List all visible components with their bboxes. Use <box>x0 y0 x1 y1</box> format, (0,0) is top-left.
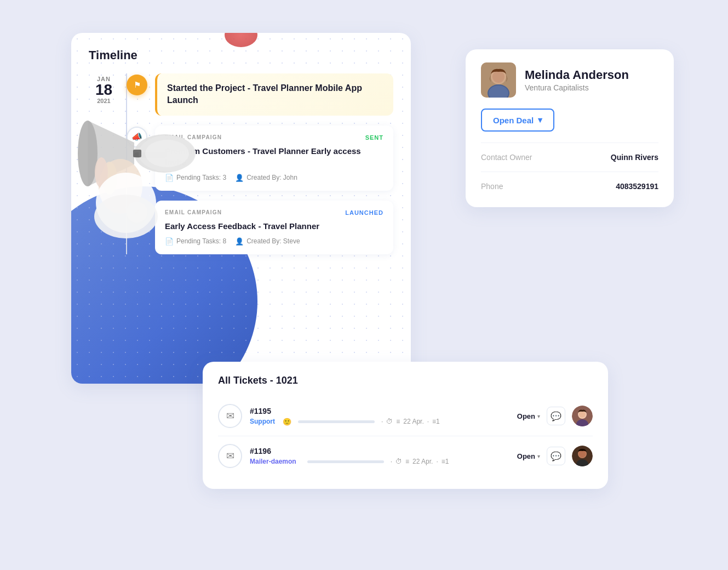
ticket-id-2: #1196 <box>250 447 517 455</box>
contact-row-owner: Contact Owner Quinn Rivers <box>481 150 658 165</box>
email-status-launched: LAUNCHED <box>345 209 383 216</box>
svg-point-11 <box>94 195 158 238</box>
ticket-status-2[interactable]: Open ▾ <box>517 452 540 460</box>
chevron-down-icon-2: ▾ <box>537 453 540 459</box>
contact-card: Melinda Anderson Ventura Capitalists Ope… <box>466 49 674 207</box>
contact-name-block: Melinda Anderson Ventura Capitalists <box>525 68 629 92</box>
ticket-category-1: Support <box>250 418 275 425</box>
ticket-progress-bar-1 <box>298 420 375 423</box>
ticket-date-2: 22 Apr. <box>412 458 433 465</box>
svg-rect-6 <box>133 150 141 157</box>
list-icon-1: ≡ <box>396 418 400 425</box>
timeline-title: Timeline <box>89 48 393 62</box>
ticket-chat-icon-2[interactable]: 💬 <box>547 447 565 465</box>
created-by-label-2: Created By: Steve <box>247 237 300 245</box>
chevron-down-icon-1: ▾ <box>537 413 540 419</box>
clock-icon-1: ⏱ <box>386 418 393 425</box>
open-deal-chevron-icon: ▾ <box>538 115 542 125</box>
created-by-label-1: Created By: John <box>247 174 297 181</box>
list-icon-2: ≡ <box>405 458 409 465</box>
ticket-status-1[interactable]: Open ▾ <box>517 412 540 420</box>
ticket-avatar-2 <box>572 446 593 466</box>
email-status-sent: SENT <box>365 134 383 141</box>
main-container: Timeline JAN 18 2021 ⚑ Started the Proje… <box>71 33 674 526</box>
bullet-4: · <box>436 458 438 465</box>
svg-point-15 <box>579 411 586 418</box>
contact-owner-label: Contact Owner <box>481 153 532 162</box>
ticket-date-1: 22 Apr. <box>403 418 423 425</box>
ticket-meta-row-2: Mailer-daemon · ⏱ ≡ 22 Apr. · ≡1 <box>250 458 517 465</box>
tickets-title: All Tickets - 1021 <box>218 375 593 386</box>
ticket-id-1: #1195 <box>250 407 517 415</box>
created-by-1: 👤 Created By: John <box>235 174 297 182</box>
red-blob-decoration <box>225 33 257 47</box>
ticket-avatar-1 <box>572 406 593 426</box>
open-badge-2: Open <box>517 452 535 460</box>
clock-icon-2: ⏱ <box>395 458 402 465</box>
svg-point-5 <box>145 140 189 167</box>
smiley-icon-1: 🙂 <box>283 418 291 426</box>
ticket-row-2[interactable]: ✉ #1196 Mailer-daemon · ⏱ ≡ 22 Apr. · ≡1 <box>218 436 593 476</box>
open-badge-1: Open <box>517 412 535 420</box>
svg-point-2 <box>78 121 98 186</box>
ticket-info-2: #1196 Mailer-daemon · ⏱ ≡ 22 Apr. · ≡1 <box>250 447 517 465</box>
contact-owner-value: Quinn Rivers <box>611 153 658 162</box>
contact-company: Ventura Capitalists <box>525 83 629 92</box>
contact-divider-1 <box>481 142 658 143</box>
contact-avatar <box>481 62 516 98</box>
bullet-2: · <box>427 418 429 425</box>
svg-point-23 <box>492 71 505 83</box>
tickets-card: All Tickets - 1021 ✉ #1195 Support 🙂 · ⏱… <box>203 362 608 489</box>
assign-icon-2: ≡1 <box>442 458 449 465</box>
contact-phone-value: 4083529191 <box>616 182 658 191</box>
person-icon-2: 👤 <box>235 237 244 246</box>
created-by-2: 👤 Created By: Steve <box>235 237 300 246</box>
ticket-mail-icon-1: ✉ <box>218 404 242 428</box>
person-icon-1: 👤 <box>235 174 244 182</box>
ticket-info-1: #1195 Support 🙂 · ⏱ ≡ 22 Apr. · ≡1 <box>250 407 517 426</box>
contact-header: Melinda Anderson Ventura Capitalists <box>481 62 658 98</box>
bullet-3: · <box>391 458 392 465</box>
open-deal-label: Open Deal <box>493 116 534 125</box>
ticket-category-2: Mailer-daemon <box>250 458 296 465</box>
assign-icon-1: ≡1 <box>432 418 440 425</box>
svg-point-19 <box>579 451 586 458</box>
open-deal-button[interactable]: Open Deal ▾ <box>481 109 554 132</box>
contact-name: Melinda Anderson <box>525 68 629 82</box>
contact-row-phone: Phone 4083529191 <box>481 179 658 194</box>
ticket-row-1[interactable]: ✉ #1195 Support 🙂 · ⏱ ≡ 22 Apr. · ≡1 <box>218 396 593 436</box>
contact-divider-2 <box>481 172 658 172</box>
timeline-card: Timeline JAN 18 2021 ⚑ Started the Proje… <box>71 33 411 384</box>
contact-phone-label: Phone <box>481 182 503 191</box>
ticket-meta-row-1: Support 🙂 · ⏱ ≡ 22 Apr. · ≡1 <box>250 418 517 426</box>
ticket-progress-bar-2 <box>307 460 384 463</box>
ticket-chat-icon-1[interactable]: 💬 <box>547 407 565 425</box>
megaphone-illustration <box>71 71 208 247</box>
bullet-1: · <box>381 418 383 425</box>
ticket-mail-icon-2: ✉ <box>218 444 242 468</box>
